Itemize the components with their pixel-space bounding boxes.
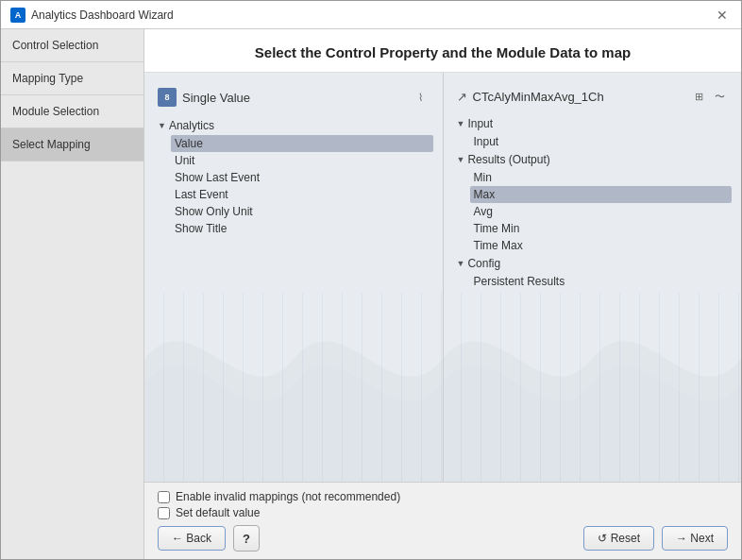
left-buttons: ← Back ? (158, 525, 260, 552)
tree-node-input[interactable]: Input (470, 133, 733, 150)
mapping-area: 8 Single Value ⌇ ▼ Analytics Value (144, 73, 741, 482)
checkboxes: Enable invalid mappings (not recommended… (158, 490, 728, 519)
right-column: ↗ CTcAlyMinMaxAvg_1Ch ⊞ 〜 ▼ Input (444, 73, 742, 482)
analytics-arrow: ▼ (158, 121, 166, 130)
results-children: Min Max Avg Time Min Time Max (453, 169, 733, 254)
right-column-title: CTcAlyMinMaxAvg_1Ch (473, 90, 604, 104)
column-divider (443, 73, 444, 482)
checkbox-default-value[interactable] (158, 507, 170, 519)
config-children: Persistent Results (453, 273, 733, 290)
close-button[interactable]: ✕ (713, 8, 732, 23)
right-tool-grid-icon[interactable]: ⊞ (690, 88, 707, 105)
tree-node-avg[interactable]: Avg (470, 203, 733, 220)
tree-node-min[interactable]: Min (470, 169, 733, 186)
sidebar-item-mapping-type[interactable]: Mapping Type (1, 62, 143, 95)
tree-node-persistent-results[interactable]: Persistent Results (470, 273, 733, 290)
left-column: 8 Single Value ⌇ ▼ Analytics Value (144, 73, 443, 482)
right-col-arrow-icon: ↗ (457, 90, 467, 104)
next-button[interactable]: → Next (662, 526, 728, 551)
tree-node-show-title[interactable]: Show Title (171, 220, 433, 237)
sidebar-item-control-selection[interactable]: Control Selection (1, 29, 143, 62)
right-buttons: ↺ Reset → Next (583, 526, 728, 551)
tree-node-value[interactable]: Value (171, 135, 433, 152)
tree-node-time-min[interactable]: Time Min (470, 220, 733, 237)
checkbox-invalid-mappings-row[interactable]: Enable invalid mappings (not recommended… (158, 490, 728, 503)
analytics-category[interactable]: ▼ Analytics (154, 116, 433, 135)
panel-title: Select the Control Property and the Modu… (163, 44, 722, 60)
checkbox-default-value-label: Set default value (176, 506, 260, 519)
back-button[interactable]: ← Back (158, 526, 226, 551)
config-category[interactable]: ▼ Config (453, 254, 733, 273)
panel-header: Select the Control Property and the Modu… (144, 29, 741, 73)
sidebar: Control Selection Mapping Type Module Se… (1, 29, 144, 559)
buttons-row: ← Back ? ↺ Reset → Next (158, 525, 728, 552)
checkbox-invalid-mappings-label: Enable invalid mappings (not recommended… (176, 490, 400, 503)
window-title: Analytics Dashboard Wizard (31, 8, 174, 22)
sidebar-item-module-selection[interactable]: Module Selection (1, 95, 143, 128)
tree-node-last-event[interactable]: Last Event (171, 186, 433, 203)
input-children: Input (453, 133, 733, 150)
tree-node-unit[interactable]: Unit (171, 152, 433, 169)
sidebar-item-select-mapping[interactable]: Select Mapping (1, 128, 143, 161)
analytics-children: Value Unit Show Last Event Last Event Sh (154, 135, 433, 237)
tree-node-show-only-unit[interactable]: Show Only Unit (171, 203, 433, 220)
results-category[interactable]: ▼ Results (Output) (453, 150, 733, 169)
tree-node-time-max[interactable]: Time Max (470, 237, 733, 254)
tree-node-max[interactable]: Max (470, 186, 733, 203)
title-bar: A Analytics Dashboard Wizard ✕ (1, 1, 741, 29)
checkbox-default-value-row[interactable]: Set default value (158, 506, 728, 519)
left-col-tools: ⌇ (413, 89, 430, 106)
help-button[interactable]: ? (233, 525, 260, 552)
main-window: A Analytics Dashboard Wizard ✕ Control S… (0, 0, 742, 560)
tree-node-show-last-event[interactable]: Show Last Event (171, 169, 433, 186)
input-arrow: ▼ (457, 119, 465, 128)
reset-button[interactable]: ↺ Reset (583, 526, 654, 551)
right-column-header: ↗ CTcAlyMinMaxAvg_1Ch ⊞ 〜 (453, 82, 733, 110)
results-arrow: ▼ (457, 155, 465, 164)
left-column-title: Single Value (182, 91, 250, 105)
bottom-bar: Enable invalid mappings (not recommended… (144, 482, 741, 559)
right-panel: Select the Control Property and the Modu… (144, 29, 741, 559)
left-connect-icon[interactable]: ⌇ (413, 89, 430, 106)
app-icon: A (10, 8, 25, 23)
right-tool-wave-icon[interactable]: 〜 (711, 88, 728, 105)
config-arrow: ▼ (457, 259, 465, 268)
left-column-header: 8 Single Value ⌇ (154, 82, 433, 112)
right-col-tools: ⊞ 〜 (690, 88, 728, 105)
checkbox-invalid-mappings[interactable] (158, 491, 170, 503)
left-col-icon: 8 (158, 88, 177, 107)
input-category[interactable]: ▼ Input (453, 114, 733, 133)
main-content: Control Selection Mapping Type Module Se… (1, 29, 741, 559)
title-bar-left: A Analytics Dashboard Wizard (10, 8, 174, 23)
